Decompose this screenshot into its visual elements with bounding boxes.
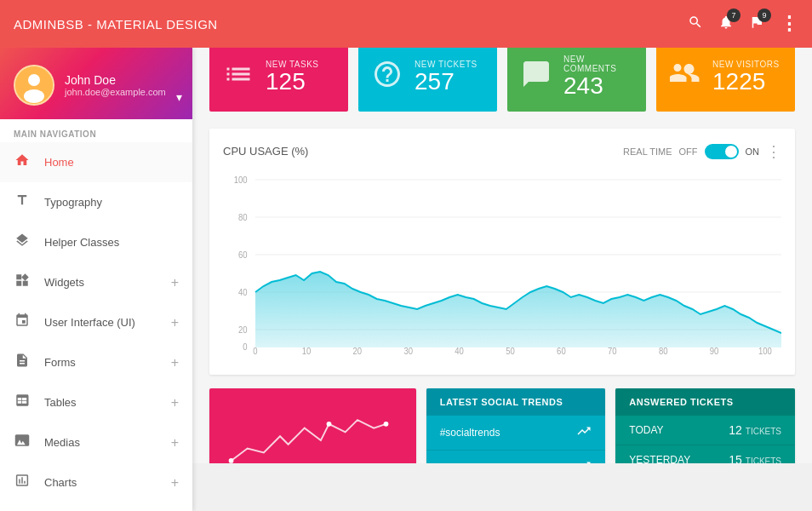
medias-icon <box>14 433 31 452</box>
social-item-1: #socialtrends <box>426 416 606 451</box>
chart-title: CPU USAGE (%) <box>223 145 308 158</box>
widgets-icon <box>14 273 31 292</box>
sidebar-item-helper[interactable]: Helper Classes <box>0 222 192 262</box>
svg-point-1 <box>28 74 40 86</box>
search-icon[interactable] <box>688 14 703 34</box>
stat-value: 243 <box>563 73 632 100</box>
stat-value: 1225 <box>712 69 780 95</box>
svg-text:20: 20 <box>353 347 363 356</box>
flag-badge: 9 <box>758 9 771 22</box>
bottom-panels: LATEST SOCIAL TRENDS #socialtrends #mate… <box>209 388 795 463</box>
realtime-label: REAL TIME <box>623 146 672 157</box>
trend-icon <box>576 458 592 463</box>
svg-text:40: 40 <box>238 288 248 297</box>
sidebar-item-label: User Interface (UI) <box>44 316 157 329</box>
user-email: john.doe@example.com <box>65 87 166 97</box>
notifications-icon[interactable]: 7 <box>718 14 734 34</box>
svg-point-26 <box>327 422 332 427</box>
svg-text:90: 90 <box>710 347 719 356</box>
expand-icon[interactable]: + <box>171 395 179 411</box>
stat-card-tickets: NEW TICKETS 257 <box>358 43 497 112</box>
svg-text:80: 80 <box>238 213 248 222</box>
nav-section-label: MAIN NAVIGATION <box>0 119 192 142</box>
sidebar-item-label: Widgets <box>44 276 157 289</box>
social-trends-card: LATEST SOCIAL TRENDS #socialtrends #mate… <box>426 388 606 463</box>
expand-icon[interactable]: + <box>171 435 179 451</box>
layers-icon <box>14 233 31 252</box>
sidebar-item-charts[interactable]: Charts + <box>0 462 192 502</box>
ticket-period: YESTERDAY <box>629 454 690 463</box>
stat-card-tasks: NEW TASKS 125 <box>209 43 348 112</box>
chart-controls: REAL TIME OFF ON ⋮ <box>623 142 781 161</box>
svg-text:40: 40 <box>455 347 464 356</box>
trend-icon <box>576 423 592 442</box>
stat-label: NEW TASKS <box>266 60 318 69</box>
stat-card-visitors: NEW VISITORS 1225 <box>656 43 795 112</box>
social-tag: #socialtrends <box>440 427 500 439</box>
social-item-2: #materialdesign <box>426 451 606 463</box>
svg-text:10: 10 <box>302 347 312 356</box>
expand-icon[interactable]: + <box>171 275 179 290</box>
tables-icon <box>14 393 31 412</box>
ticket-unit: TICKETS <box>746 456 781 463</box>
svg-text:70: 70 <box>608 347 617 356</box>
more-icon[interactable]: ⋮ <box>780 13 798 35</box>
answered-header: ANSWERED TICKETS <box>615 388 795 416</box>
sidebar-item-medias[interactable]: Medias + <box>0 422 192 462</box>
sidebar-item-label: Forms <box>44 356 157 369</box>
user-name: John Doe <box>65 73 166 87</box>
forms-icon <box>14 353 31 372</box>
chart-more-icon[interactable]: ⋮ <box>766 142 781 161</box>
sparkline-card <box>209 388 416 463</box>
typography-icon <box>14 192 31 212</box>
sidebar-user-panel: John Doe john.doe@example.com ▾ <box>0 48 192 119</box>
svg-text:100: 100 <box>758 347 772 356</box>
answered-tickets-card: ANSWERED TICKETS TODAY 12 TICKETS YESTER… <box>615 388 795 463</box>
expand-icon[interactable]: + <box>171 315 179 330</box>
visitors-icon <box>670 59 700 95</box>
sidebar-item-typography[interactable]: Typography <box>0 182 192 222</box>
sidebar-item-label: Tables <box>44 396 157 409</box>
social-tag: #materialdesign <box>440 462 512 463</box>
stat-cards-row: NEW TASKS 125 NEW TICKETS 257 NEW COMMEN… <box>209 43 795 112</box>
stat-label: NEW VISITORS <box>712 60 780 69</box>
bell-badge: 7 <box>727 9 741 22</box>
sidebar-item-widgets[interactable]: Widgets + <box>0 262 192 302</box>
svg-point-25 <box>229 458 234 463</box>
svg-text:30: 30 <box>403 347 413 356</box>
svg-text:0: 0 <box>253 347 258 356</box>
svg-text:20: 20 <box>238 325 248 335</box>
topbar-actions: 7 9 ⋮ <box>688 13 798 35</box>
home-icon <box>14 152 31 172</box>
realtime-toggle[interactable] <box>705 144 739 159</box>
cpu-chart-panel: CPU USAGE (%) REAL TIME OFF ON ⋮ <box>209 129 795 375</box>
stat-label: NEW TICKETS <box>415 60 477 69</box>
sidebar-item-forms[interactable]: Forms + <box>0 342 192 382</box>
stat-value: 125 <box>266 69 318 95</box>
ticket-unit: TICKETS <box>746 427 781 436</box>
expand-icon[interactable]: + <box>171 355 179 370</box>
comments-icon <box>521 59 552 95</box>
sidebar-item-ui[interactable]: User Interface (UI) + <box>0 302 192 342</box>
flag-icon[interactable]: 9 <box>749 14 764 34</box>
user-chevron-icon[interactable]: ▾ <box>176 90 182 104</box>
sidebar-item-label: Typography <box>44 196 179 209</box>
stat-label: NEW COMMENTS <box>563 55 632 73</box>
answered-item-today: TODAY 12 TICKETS <box>615 416 795 445</box>
app-title: ADMINBSB - MATERIAL DESIGN <box>14 17 218 32</box>
ui-icon <box>14 313 31 332</box>
svg-point-27 <box>384 422 389 427</box>
answered-item-yesterday: YESTERDAY 15 TICKETS <box>615 445 795 463</box>
sidebar: John Doe john.doe@example.com ▾ MAIN NAV… <box>0 48 192 511</box>
sidebar-item-examples[interactable]: Example Pages + <box>0 502 192 511</box>
stat-value: 257 <box>415 69 477 95</box>
stat-card-comments: NEW COMMENTS 243 <box>507 43 646 112</box>
tasks-icon <box>223 59 254 95</box>
sidebar-item-home[interactable]: Home <box>0 142 192 182</box>
sidebar-item-label: Helper Classes <box>44 236 179 249</box>
svg-text:80: 80 <box>659 347 668 356</box>
ticket-count: 12 <box>729 423 742 437</box>
sidebar-item-tables[interactable]: Tables + <box>0 382 192 422</box>
expand-icon[interactable]: + <box>171 475 179 491</box>
on-label: ON <box>746 146 760 157</box>
